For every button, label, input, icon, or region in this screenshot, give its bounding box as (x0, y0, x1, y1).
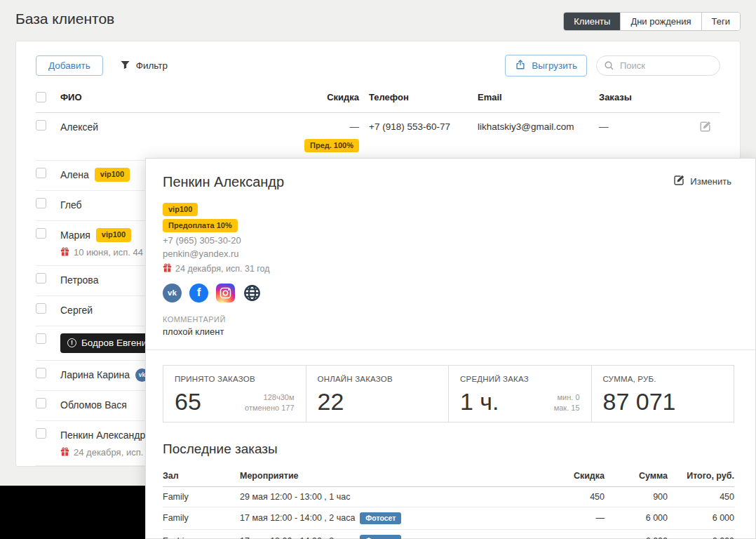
instagram-icon[interactable] (216, 284, 235, 302)
order-row[interactable]: Family29 мая 12:00 - 13:00 , 1 час450900… (163, 487, 734, 507)
column-header-phone: Телефон (359, 92, 478, 102)
funnel-icon (120, 60, 130, 72)
client-birthday: 24 декабря, исп. 31 год (163, 263, 734, 274)
stat-label: ОНЛАЙН ЗАКАЗОВ (318, 375, 438, 383)
search-icon (604, 60, 614, 74)
order-event-text: 29 мая 12:00 - 13:00 , 1 час (240, 492, 350, 502)
client-orders: — (599, 120, 669, 134)
comment-label: КОММЕНТАРИЙ (163, 315, 734, 324)
stat-total-sum: СУММА, РУБ. 87 071 (591, 366, 734, 422)
row-checkbox[interactable] (36, 368, 46, 378)
column-header-orders: Заказы (599, 92, 669, 102)
client-name: Пенкин Александр (60, 428, 145, 443)
vk-icon[interactable]: vk (163, 284, 182, 302)
tag-badge: vip100 (163, 203, 198, 216)
modal-divider (146, 350, 755, 350)
client-name: Мария (60, 228, 90, 243)
order-row[interactable]: Family17 мая 12:00 - 14:00 , 2 часаФотос… (163, 507, 734, 531)
filter-label: Фильтр (136, 60, 168, 71)
client-stats: ПРИНЯТО ЗАКАЗОВ 65 128ч30м отменено 177 … (163, 365, 734, 422)
client-name: Ларина Карина (60, 368, 130, 382)
export-button[interactable]: Выгрузить (505, 55, 587, 76)
order-sum: 6 000 (605, 513, 668, 523)
row-checkbox[interactable] (36, 303, 46, 314)
client-social-links: vk f (163, 284, 734, 302)
order-hall: Family (163, 492, 240, 502)
row-checkbox[interactable] (36, 198, 46, 208)
order-discount: 450 (538, 492, 605, 502)
client-phone: +7 (965) 305-30-20 (163, 235, 734, 246)
client-name: Алексей (60, 120, 98, 135)
stat-label: ПРИНЯТО ЗАКАЗОВ (175, 375, 295, 383)
page-title: База клиентов (15, 11, 114, 27)
recent-orders-table: Зал Мероприятие Скидка Сумма Итого, руб.… (163, 466, 734, 539)
tab-clients[interactable]: Клиенты (564, 13, 620, 30)
toolbar: Добавить Фильтр Выгрузить (16, 41, 740, 85)
toolbar-right: Выгрузить (505, 55, 720, 76)
client-name: Глеб (60, 198, 82, 213)
orders-header-sum: Сумма (605, 471, 668, 481)
stat-note: 128ч30м отменено 177 (245, 392, 294, 413)
client-birthday-text: 24 декабря, исп. 31 год (175, 264, 270, 274)
website-globe-icon[interactable] (243, 284, 262, 302)
stat-value: 1 ч. (460, 390, 499, 413)
filter-button[interactable]: Фильтр (120, 60, 168, 72)
orders-header-event: Мероприятие (240, 471, 538, 481)
order-event-text: 17 мая 12:00 - 14:00 , 2 часа (240, 536, 355, 539)
client-name-title: Пенкин Александр (163, 174, 734, 190)
orders-header-hall: Зал (163, 471, 240, 481)
client-phone: +7 (918) 553-60-77 (359, 120, 478, 134)
tab-birthdays[interactable]: Дни рождения (620, 13, 701, 30)
row-edit-icon[interactable] (699, 123, 712, 135)
client-email: likhatskiy3@gmail.com (478, 120, 599, 134)
row-checkbox[interactable] (36, 168, 46, 178)
row-checkbox[interactable] (36, 120, 46, 131)
row-checkbox[interactable] (36, 333, 46, 344)
column-header-name: ФИО (60, 92, 299, 102)
client-name: Сергей (60, 303, 93, 318)
order-discount: — (538, 536, 605, 539)
client-discount: — (299, 120, 359, 134)
photoset-badge: Фотосет (360, 535, 401, 539)
view-tabs: Клиенты Дни рождения Теги (563, 12, 741, 31)
facebook-icon[interactable]: f (189, 284, 208, 302)
row-checkbox[interactable] (36, 428, 46, 439)
export-icon (515, 59, 526, 72)
order-event-text: 17 мая 12:00 - 14:00 , 2 часа (240, 513, 355, 523)
column-header-email: Email (478, 92, 599, 102)
orders-table-body: Family29 мая 12:00 - 13:00 , 1 час450900… (163, 487, 734, 539)
export-label: Выгрузить (532, 60, 577, 71)
search-input[interactable] (596, 55, 720, 76)
client-name: Алена (60, 168, 89, 182)
gift-icon (60, 247, 69, 258)
stat-label: СРЕДНИЙ ЗАКАЗ (460, 375, 580, 383)
client-name: Бодров Евгений (81, 336, 152, 350)
stat-value: 87 071 (603, 390, 676, 413)
stat-accepted-orders: ПРИНЯТО ЗАКАЗОВ 65 128ч30м отменено 177 (163, 366, 306, 422)
order-sum: 6 000 (605, 536, 668, 539)
client-detail-modal: Изменить Пенкин Александр vip100 Предопл… (145, 158, 756, 539)
gift-icon (60, 447, 69, 458)
modal-content: Изменить Пенкин Александр vip100 Предопл… (146, 159, 755, 539)
edit-client-button[interactable]: Изменить (673, 174, 731, 188)
vip-tag-badge: vip100 (96, 228, 131, 241)
tab-tags[interactable]: Теги (701, 13, 740, 30)
photoset-badge: Фотосет (360, 512, 401, 525)
client-name: Петрова (60, 273, 98, 288)
add-client-button[interactable]: Добавить (36, 55, 103, 76)
clients-table-header: ФИО Скидка Телефон Email Заказы (36, 85, 720, 113)
stat-value: 22 (318, 390, 344, 413)
warning-icon: ! (67, 338, 76, 347)
prepay-badge: Предоплата 10% (163, 219, 238, 232)
order-sum: 900 (605, 492, 668, 502)
orders-header-total: Итого, руб. (668, 471, 734, 481)
order-row[interactable]: Fashion17 мая 12:00 - 14:00 , 2 часаФото… (163, 530, 734, 539)
row-checkbox[interactable] (36, 398, 46, 408)
stat-online-orders: ОНЛАЙН ЗАКАЗОВ 22 (306, 366, 449, 422)
client-row[interactable]: Алексей—Пред. 100%+7 (918) 553-60-77likh… (36, 113, 720, 161)
order-hall: Fashion (163, 536, 240, 539)
row-checkbox[interactable] (36, 273, 46, 284)
column-header-discount: Скидка (299, 92, 359, 102)
row-checkbox[interactable] (36, 228, 46, 239)
select-all-checkbox[interactable] (36, 92, 46, 102)
